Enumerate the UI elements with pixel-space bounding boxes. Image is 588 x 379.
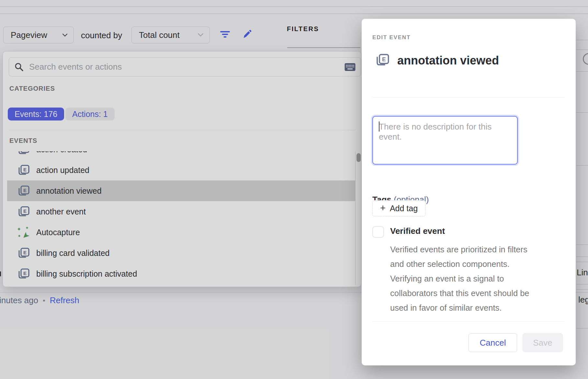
- save-button[interactable]: Save: [523, 333, 563, 352]
- edit-event-kicker: EDIT EVENT: [372, 34, 411, 41]
- divider: [372, 321, 565, 322]
- description-textarea[interactable]: [372, 116, 518, 165]
- verified-event-checkbox[interactable]: [372, 226, 384, 238]
- add-tag-button[interactable]: + Add tag: [372, 200, 425, 216]
- edit-event-title: annotation viewed: [397, 54, 499, 67]
- cancel-button[interactable]: Cancel: [469, 333, 517, 352]
- edit-event-panel: EDIT EVENT E annotation viewed Descripti…: [362, 19, 576, 365]
- verified-help-text: Verified events are prioritized in filte…: [390, 242, 546, 315]
- screen: Pageview counted by Total count FILTERS: [0, 0, 588, 379]
- divider: [372, 97, 565, 98]
- text-caret: [379, 121, 379, 132]
- svg-text:E: E: [382, 56, 386, 63]
- verified-event-label: Verified event: [390, 226, 445, 236]
- event-icon: E: [375, 52, 390, 69]
- plus-icon: +: [380, 203, 386, 213]
